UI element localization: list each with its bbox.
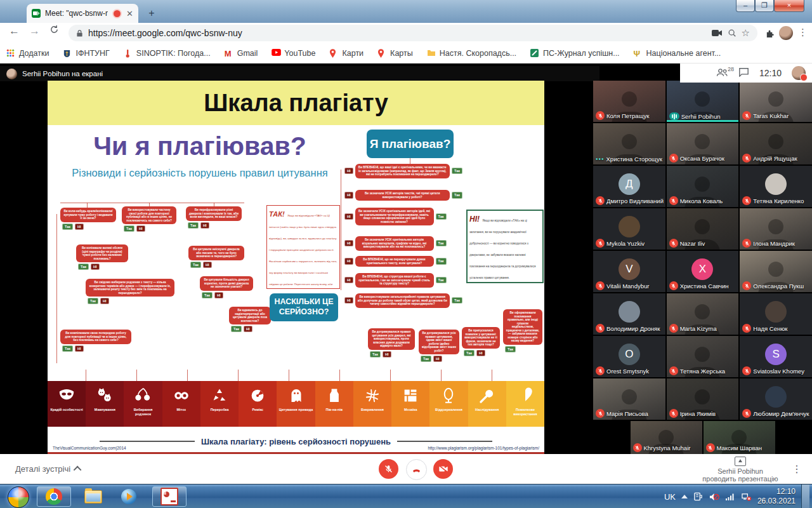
flow-box: Ви дотримувалися усіх правил цитування, … — [419, 330, 459, 362]
bookmark-item[interactable]: ΨНаціональне агент... — [634, 49, 721, 58]
browser-menu-kebab-icon[interactable]: ⋮ — [798, 27, 808, 38]
participant-name: Тетяна Кириленко — [753, 197, 804, 204]
plagiarism-category: Викривлення — [353, 381, 391, 427]
bookmark-item[interactable]: ПС-Журнал успішн... — [530, 49, 620, 58]
participant-tile[interactable]: Marta Kizyma — [667, 293, 739, 335]
bookmark-star-icon[interactable]: ☆ — [742, 27, 750, 39]
taskbar-clock[interactable]: 12:10 26.03.2021 — [757, 487, 796, 506]
participant-tile[interactable]: Ілона Мандрик — [740, 208, 812, 250]
participant-tile[interactable]: Надя Сенюк — [740, 293, 812, 335]
volume-muted-icon[interactable] — [709, 492, 719, 502]
participant-tile[interactable]: Андрій Ящущак — [740, 123, 812, 164]
network-disconnected-icon[interactable] — [741, 492, 752, 502]
bookmark-item[interactable]: YouTube — [272, 49, 315, 58]
cherries-icon — [134, 386, 153, 405]
taskbar-chrome-button[interactable] — [37, 486, 71, 507]
participant-tile[interactable]: Марія Письова — [593, 378, 665, 420]
participant-tile[interactable]: Любомир Дем'янчук — [740, 378, 812, 420]
flow-box: Ви цитували неіснуючі джерела або писали… — [188, 246, 244, 268]
participant-tile[interactable]: XХристина Савчин — [667, 251, 739, 292]
participant-name: Marta Kizyma — [680, 325, 717, 332]
participant-tile[interactable]: Taras Kukhar — [740, 81, 812, 122]
meet-stage: Serhii Pobihun на екрані 28 12:10 Шкала … — [0, 64, 812, 454]
avatar — [619, 216, 640, 237]
crest-icon — [63, 49, 72, 58]
meeting-details-button[interactable]: Деталі зустрічі — [15, 464, 81, 474]
flow-box: Ви припускалися помилок у цитуванні: вик… — [462, 327, 500, 356]
participant-tile[interactable]: ДДмитро Видливаний — [593, 166, 665, 207]
profile-avatar[interactable] — [779, 26, 793, 40]
avatar: Д — [619, 173, 640, 195]
participant-tile[interactable]: Тетяна Кириленко — [740, 166, 812, 207]
participant-tile[interactable]: Микола Коваль — [667, 166, 739, 207]
chat-button[interactable] — [738, 67, 749, 79]
youtube-icon — [272, 49, 280, 58]
participant-tile[interactable]: Khrystyna Muhair — [631, 421, 702, 454]
participant-grid-last-row: Khrystyna MuhairМаксим Шарван — [593, 421, 812, 454]
taskbar-time: 12:10 — [757, 487, 796, 497]
window-titlebar: Meet: "qwc-bsnw-nuy" ✕ + – ❐ × — [0, 0, 812, 23]
window-close-button[interactable]: × — [774, 0, 804, 12]
plagiarism-category: Мавпування — [86, 381, 124, 427]
bookmark-item[interactable]: ІФНТУНГ — [63, 49, 109, 58]
participant-tile[interactable]: VVitalii Mandybur — [593, 251, 665, 292]
tab-close-icon[interactable]: ✕ — [126, 9, 133, 18]
window-minimize-button[interactable]: – — [736, 0, 755, 12]
extensions-puzzle-icon[interactable] — [765, 29, 775, 38]
bookmark-item[interactable]: SINOPTIK: Погода... — [124, 49, 211, 58]
bookmark-item[interactable]: MGmail — [225, 49, 258, 58]
taskbar-powerpoint-button[interactable] — [152, 486, 187, 507]
browser-tab[interactable]: Meet: "qwc-bsnw-nuy" ✕ — [27, 4, 138, 23]
participants-button[interactable]: 28 — [716, 68, 728, 78]
window-restore-button[interactable]: ❐ — [755, 0, 774, 12]
flow-row: НІВи зазначали УСІХ авторів текстів, чиї… — [344, 190, 462, 201]
address-bar[interactable]: https://meet.google.com/qwc-bsnw-nuy ☆ — [69, 25, 757, 41]
participant-tile[interactable]: Володимир Дроняк — [593, 293, 665, 335]
bookmark-item[interactable]: Настя. Скоропадсь... — [427, 49, 516, 58]
hang-up-button[interactable] — [406, 459, 427, 480]
tray-expand-icon[interactable] — [681, 495, 688, 498]
back-button[interactable]: ← — [9, 25, 20, 37]
participant-tile[interactable]: Оксана Бурачок — [667, 123, 739, 164]
signal-bars-icon[interactable] — [725, 492, 735, 501]
participant-tile[interactable]: Тетяна Жерська — [667, 336, 739, 377]
participant-name: Ірина Якимів — [680, 410, 716, 417]
participant-tile[interactable]: •••Христина Сторощук — [593, 123, 665, 164]
taskbar-explorer-button[interactable] — [79, 486, 108, 507]
start-button[interactable] — [8, 486, 29, 508]
participant-tile[interactable]: SSviatoslav Khomey — [740, 336, 812, 377]
presenter-banner-text: Serhii Pobihun на екрані — [22, 70, 103, 77]
participant-tile[interactable]: Mykola Yuzkiv — [593, 208, 665, 250]
participant-tile[interactable]: Nazar Iliv — [667, 208, 739, 250]
show-desktop-button[interactable] — [801, 485, 809, 508]
mic-muted-icon — [596, 366, 605, 375]
participant-tile[interactable]: Максим Шарван — [704, 421, 775, 454]
participant-tile[interactable]: Ірина Якимів — [667, 378, 739, 420]
meet-more-options-kebab-icon[interactable]: ⋮ — [792, 463, 802, 475]
participants-count: 28 — [728, 66, 734, 72]
new-tab-button[interactable]: + — [145, 6, 159, 20]
participant-tile[interactable]: OOrest Smytsnyk — [593, 336, 665, 377]
reload-button[interactable] — [49, 25, 59, 37]
camera-off-button[interactable] — [433, 459, 453, 479]
forward-button[interactable]: → — [29, 25, 40, 37]
meet-header-controls: 28 12:10 — [680, 64, 812, 83]
bookmark-item[interactable]: Карты — [377, 49, 413, 58]
url-text[interactable]: https://meet.google.com/qwc-bsnw-nuy — [88, 28, 707, 38]
participant-tile[interactable]: Олександра Пукш — [740, 251, 812, 292]
bookmark-item[interactable]: Карти — [329, 49, 363, 58]
bookmark-item[interactable]: Додатки — [6, 49, 49, 58]
slide-subtitle: Різновиди і серйозність порушень правил … — [57, 167, 343, 179]
tab-capture-camera-icon[interactable] — [712, 29, 723, 37]
flow-box: Ви цитували більшість джерел коректно, п… — [200, 276, 253, 298]
participant-tile[interactable]: Serhii Pobihun — [667, 81, 739, 122]
language-indicator[interactable]: UK — [664, 492, 676, 502]
self-avatar[interactable] — [792, 66, 806, 80]
browser-window: Meet: "qwc-bsnw-nuy" ✕ + – ❐ × ← → https… — [0, 0, 812, 508]
mic-mute-button[interactable] — [379, 459, 398, 479]
participant-tile[interactable]: Коля Петращук — [593, 81, 665, 122]
zoom-icon[interactable] — [728, 29, 737, 37]
taskbar-media-player-button[interactable] — [114, 486, 143, 507]
plagiarism-category: Наслідування — [468, 381, 506, 427]
power-plug-icon[interactable] — [693, 491, 703, 502]
